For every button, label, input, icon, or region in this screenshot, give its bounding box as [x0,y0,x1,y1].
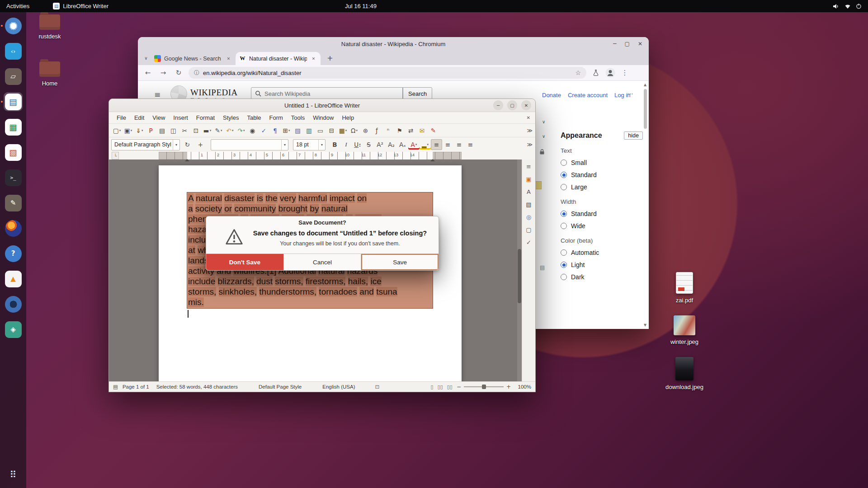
radio-option[interactable]: Light [561,261,643,268]
insert-bookmark-icon[interactable]: ⚑ [394,125,405,136]
align-left-icon[interactable]: ≡ [431,139,442,150]
radio-option[interactable]: Dark [561,273,643,281]
font-color-icon[interactable]: A [408,140,420,150]
insert-text-box-icon[interactable]: ▭ [315,125,326,136]
gimp-icon[interactable]: ✎ [4,193,23,212]
desktop-file[interactable]: winter.jpeg [661,315,708,345]
zoom-out-icon[interactable]: − [457,384,461,390]
update-style-icon[interactable]: ↻ [182,139,193,150]
view-multi-page-icon[interactable]: ▯▯ [438,384,443,390]
page-count[interactable]: Page 1 of 1 [123,384,149,389]
scroll-up-icon[interactable]: ▲ [644,83,646,87]
appearance-hide-button[interactable]: hide [624,131,643,140]
save-button[interactable]: Save [361,254,439,270]
radio-option[interactable]: Wide [561,222,643,230]
minimize-icon[interactable]: ─ [493,100,503,110]
highlight-color-icon[interactable]: ▂ [420,140,431,150]
dont-save-button[interactable]: Don't Save [206,254,284,270]
page-break-icon[interactable]: ⊟ [326,125,337,136]
open-icon[interactable]: ▣ [123,125,134,136]
menu-item[interactable]: Insert [169,113,192,122]
align-right-icon[interactable]: ≡ [453,139,465,150]
tab-close-icon[interactable]: ✕ [225,55,232,62]
toolbar-overflow-icon[interactable]: ≫ [527,141,533,148]
focused-app-indicator[interactable]: LibreOffice Writer [53,3,108,9]
browser-tab[interactable]: Google News - Search ✕ [151,52,236,65]
save-icon[interactable]: ⇓ [134,125,145,136]
menu-item[interactable]: View [148,113,169,122]
activities-button[interactable]: Activities [6,3,29,9]
menu-item[interactable]: Form [265,113,287,122]
wiki-more-icon[interactable]: ⋯ [627,90,633,97]
menu-item[interactable]: Tools [287,113,309,122]
menu-item[interactable]: Styles [219,113,243,122]
vscode-icon[interactable]: ‹› [4,42,23,61]
formatting-marks-icon[interactable]: ¶ [269,125,281,136]
view-single-page-icon[interactable]: ▯ [431,384,434,390]
chromium-titlebar[interactable]: Natural disaster - Wikipedia - Chromium … [138,37,649,51]
paste-icon[interactable]: ▬ [202,125,213,136]
wiki-header-link[interactable]: Create account [568,92,608,99]
view-book-icon[interactable]: ▯▯ [447,384,453,390]
bold-icon[interactable]: B [329,139,340,150]
chromium-icon[interactable] [4,16,23,35]
menu-item[interactable]: File [113,113,130,122]
accessibility-check-icon[interactable]: ✓ [526,239,531,246]
desktop-file[interactable]: zai.pdf [661,272,708,304]
new-tab-button[interactable]: + [324,52,336,64]
chevron-down-icon[interactable]: ∨ [542,119,545,124]
cut-icon[interactable]: ✂ [179,125,190,136]
scrollbar-thumb[interactable] [644,89,647,129]
address-bar[interactable]: ⓘ en.wikipedia.org/wiki/Natural_disaster… [189,67,586,79]
zoom-level[interactable]: 100% [515,384,531,389]
system-status-area[interactable] [833,3,862,9]
new-document-icon[interactable]: ▢ [111,125,123,136]
radio-option[interactable]: Automatic [561,249,643,256]
firefox-icon[interactable] [4,219,23,238]
underline-icon[interactable]: U [352,139,363,150]
libreoffice-writer-icon[interactable]: ▤ [4,92,23,111]
insert-field-icon[interactable]: ▦ [337,125,349,136]
labs-beaker-icon[interactable] [591,69,601,76]
wiki-menu-icon[interactable]: ≡ [154,90,160,99]
menu-item[interactable]: Table [243,113,265,122]
libreoffice-calc-icon[interactable]: ▦ [4,117,23,136]
italic-icon[interactable]: I [340,139,352,150]
menu-item[interactable]: Edit [130,113,148,122]
terminal-icon[interactable]: >_ [4,168,23,187]
redo-icon[interactable]: ↷ [236,125,247,136]
print-icon[interactable]: ▤ [156,125,168,136]
close-icon[interactable]: ✕ [521,100,531,110]
browser-icon[interactable] [4,295,23,314]
back-icon[interactable]: ← [142,67,153,78]
radio-option[interactable]: Standard [561,171,643,178]
undo-icon[interactable]: ↶ [224,125,236,136]
cross-reference-icon[interactable]: ⇄ [405,125,416,136]
clone-formatting-icon[interactable]: ✎ [213,125,224,136]
desktop-folder[interactable]: Home [32,61,68,87]
desktop-file[interactable]: download.jpeg [661,357,708,390]
properties-icon[interactable]: ▣ [526,176,531,183]
chevron-down-icon[interactable]: ∨ [542,134,545,139]
profile-avatar-icon[interactable] [605,68,615,78]
hyperlink-icon[interactable]: ⊛ [360,125,371,136]
spelling-icon[interactable]: ✓ [258,125,269,136]
help-icon[interactable]: ? [4,244,23,263]
document-scrollbar[interactable] [517,160,522,381]
justify-icon[interactable]: ≡ [465,139,476,150]
wikipedia-wordmark[interactable]: WIKIPEDIA [190,88,238,98]
close-icon[interactable]: ✕ [638,41,642,47]
zoom-slider-handle[interactable] [482,385,486,389]
subscript-icon[interactable]: A₂ [386,139,397,150]
gallery-icon[interactable]: ▧ [526,201,531,208]
clock[interactable]: Jul 16 11:49 [345,3,377,9]
font-size-combo[interactable]: 18 pt [293,139,326,150]
files-icon[interactable]: ▱ [4,67,23,86]
font-name-combo[interactable] [211,139,288,150]
wiki-search-input[interactable] [264,90,399,97]
copy-icon[interactable]: ⊡ [190,125,202,136]
scrollbar-thumb[interactable] [518,249,521,303]
radio-option[interactable]: Large [561,183,643,191]
insert-footnote-icon[interactable]: ƒ [371,125,382,136]
tab-search-icon[interactable]: ∨ [142,52,151,64]
